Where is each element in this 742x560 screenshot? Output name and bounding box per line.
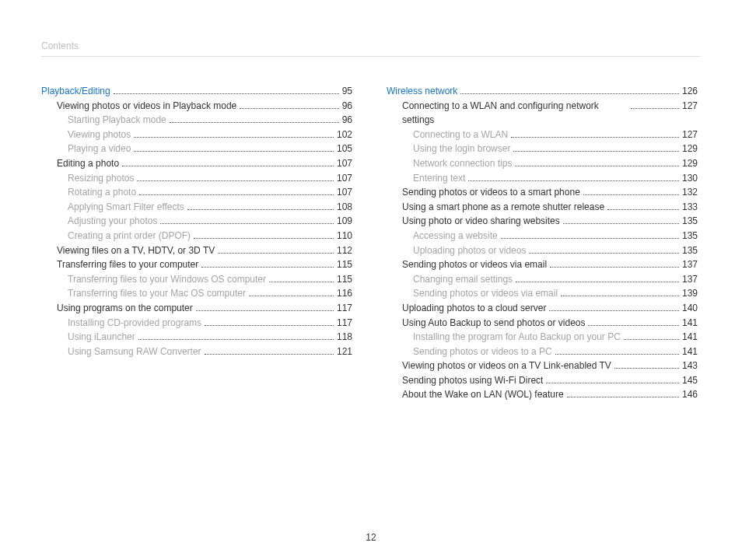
toc-entry[interactable]: Entering text130 [387, 171, 698, 186]
toc-entry-label: Viewing photos [68, 128, 131, 142]
toc-entry[interactable]: Network connection tips129 [387, 156, 698, 171]
toc-entry[interactable]: Installing CD-provided programs117 [41, 316, 352, 331]
dot-leader [134, 145, 334, 152]
toc-entry[interactable]: Transferring files to your computer115 [41, 257, 352, 272]
dot-leader [583, 188, 679, 196]
dot-leader [515, 159, 679, 166]
dot-leader [555, 347, 679, 355]
toc-entry-page: 135 [682, 229, 698, 243]
toc-entry-label: Viewing files on a TV, HDTV, or 3D TV [57, 243, 215, 258]
toc-entry-label: Uploading photos to a cloud server [402, 301, 546, 316]
toc-entry[interactable]: Rotating a photo107 [41, 185, 352, 200]
toc-entry-label: Viewing photos or videos in Playback mod… [57, 99, 236, 114]
toc-entry[interactable]: Transferring files to your Mac OS comput… [41, 286, 352, 301]
toc-entry-label: Network connection tips [413, 156, 512, 171]
toc-entry[interactable]: Using Samsung RAW Converter121 [41, 345, 352, 359]
dot-leader [196, 303, 334, 311]
toc-entry-page: 96 [342, 99, 352, 114]
toc-entry[interactable]: Sending photos or videos via email139 [387, 286, 698, 301]
toc-entry-label: Transferring files to your computer [57, 257, 198, 272]
toc-entry-label: Connecting to a WLAN and configuring net… [402, 99, 628, 128]
toc-entry[interactable]: Using Auto Backup to send photos or vide… [387, 316, 698, 331]
toc-entry-page: 145 [682, 373, 698, 388]
toc-entry-label: Installing CD-provided programs [68, 316, 201, 331]
toc-entry[interactable]: Viewing photos or videos in Playback mod… [41, 99, 352, 114]
toc-entry-page: 105 [337, 142, 352, 156]
toc-entry-page: 112 [337, 243, 352, 258]
toc-entry-page: 129 [682, 156, 698, 171]
toc-entry-label: About the Wake on LAN (WOL) feature [402, 387, 564, 402]
toc-entry-page: 110 [337, 229, 352, 243]
toc-entry[interactable]: Editing a photo107 [41, 156, 352, 171]
dot-leader [501, 231, 679, 239]
toc-entry-page: 127 [682, 128, 698, 142]
toc-entry[interactable]: Applying Smart Filter effects108 [41, 200, 352, 215]
dot-leader [160, 217, 334, 225]
toc-entry[interactable]: Using a smart phone as a remote shutter … [387, 200, 698, 215]
toc-entry[interactable]: Resizing photos107 [41, 171, 352, 186]
toc-entry-page: 140 [682, 301, 698, 316]
toc-entry[interactable]: Wireless network126 [387, 84, 698, 99]
dot-leader [269, 275, 334, 282]
toc-entry[interactable]: Using programs on the computer117 [41, 301, 352, 316]
dot-leader [205, 347, 334, 355]
toc-entry-page: 141 [682, 345, 698, 359]
toc-entry-label: Sending photos using Wi-Fi Direct [402, 373, 543, 388]
dot-leader [139, 188, 334, 196]
toc-entry[interactable]: Sending photos using Wi-Fi Direct145 [387, 373, 698, 388]
dot-leader [249, 289, 334, 297]
toc-entry-label: Adjusting your photos [68, 214, 157, 229]
dot-leader [607, 202, 679, 210]
toc-entry-label: Using programs on the computer [57, 301, 193, 316]
toc-entry[interactable]: Transferring files to your Windows OS co… [41, 272, 352, 287]
toc-entry-page: 95 [342, 84, 352, 99]
dot-leader [550, 261, 679, 268]
page-number: 12 [0, 532, 742, 543]
toc-entry[interactable]: Changing email settings137 [387, 272, 698, 287]
dot-leader [205, 318, 334, 326]
toc-entry[interactable]: Adjusting your photos109 [41, 214, 352, 229]
toc-entry[interactable]: Starting Playback mode96 [41, 113, 352, 128]
toc-entry-page: 139 [682, 286, 698, 301]
toc-entry[interactable]: Connecting to a WLAN and configuring net… [387, 99, 698, 128]
toc-entry[interactable]: Playback/Editing95 [41, 84, 352, 99]
toc-entry-label: Entering text [413, 171, 465, 186]
toc-entry-page: 135 [682, 243, 698, 258]
toc-entry[interactable]: Viewing files on a TV, HDTV, or 3D TV112 [41, 243, 352, 258]
toc-entry[interactable]: Uploading photos to a cloud server140 [387, 301, 698, 316]
toc-entry[interactable]: Using iLauncher118 [41, 330, 352, 345]
dot-leader [546, 376, 679, 383]
toc-entry-label: Using a smart phone as a remote shutter … [402, 200, 604, 215]
dot-leader [194, 231, 334, 239]
toc-entry-page: 135 [682, 214, 698, 229]
toc-entry[interactable]: Connecting to a WLAN127 [387, 128, 698, 142]
toc-entry[interactable]: Sending photos or videos to a smart phon… [387, 185, 698, 200]
toc-entry[interactable]: Playing a video105 [41, 142, 352, 156]
toc-entry-label: Using Auto Backup to send photos or vide… [402, 316, 585, 331]
header-rule [41, 56, 701, 57]
toc-entry-label: Editing a photo [57, 156, 119, 171]
dot-leader [529, 246, 679, 254]
toc-entry[interactable]: Uploading photos or videos135 [387, 243, 698, 258]
toc-entry[interactable]: About the Wake on LAN (WOL) feature146 [387, 387, 698, 402]
toc-entry[interactable]: Using the login browser129 [387, 142, 698, 156]
toc-entry[interactable]: Viewing photos or videos on a TV Link-en… [387, 359, 698, 373]
toc-entry-page: 116 [337, 286, 352, 301]
toc-entry[interactable]: Viewing photos102 [41, 128, 352, 142]
dot-leader [114, 86, 339, 94]
toc-entry-page: 108 [337, 200, 352, 215]
toc-entry[interactable]: Sending photos or videos via email137 [387, 257, 698, 272]
toc-entry[interactable]: Installing the program for Auto Backup o… [387, 330, 698, 345]
toc-entry[interactable]: Accessing a website135 [387, 229, 698, 243]
toc-entry[interactable]: Creating a print order (DPOF)110 [41, 229, 352, 243]
toc-entry[interactable]: Sending photos or videos to a PC141 [387, 345, 698, 359]
toc-entry-label: Playback/Editing [41, 84, 110, 99]
toc-entry[interactable]: Using photo or video sharing websites135 [387, 214, 698, 229]
dot-leader [460, 86, 679, 94]
toc-entry-page: 141 [682, 316, 698, 331]
toc-entry-label: Changing email settings [413, 272, 513, 287]
toc-entry-label: Transferring files to your Windows OS co… [68, 272, 266, 287]
toc-entry-page: 102 [337, 128, 352, 142]
toc-entry-label: Sending photos or videos via email [413, 286, 558, 301]
toc-entry-label: Using Samsung RAW Converter [68, 345, 201, 359]
